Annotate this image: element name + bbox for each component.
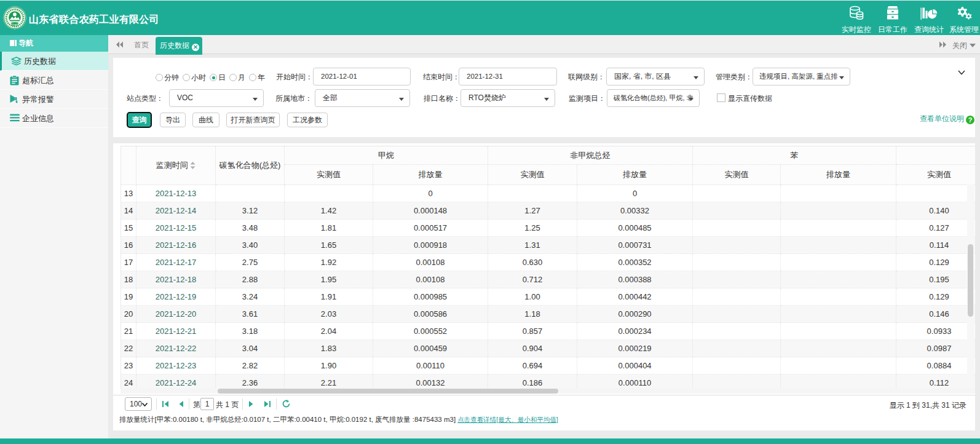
svg-text:MEE: MEE bbox=[12, 24, 18, 27]
